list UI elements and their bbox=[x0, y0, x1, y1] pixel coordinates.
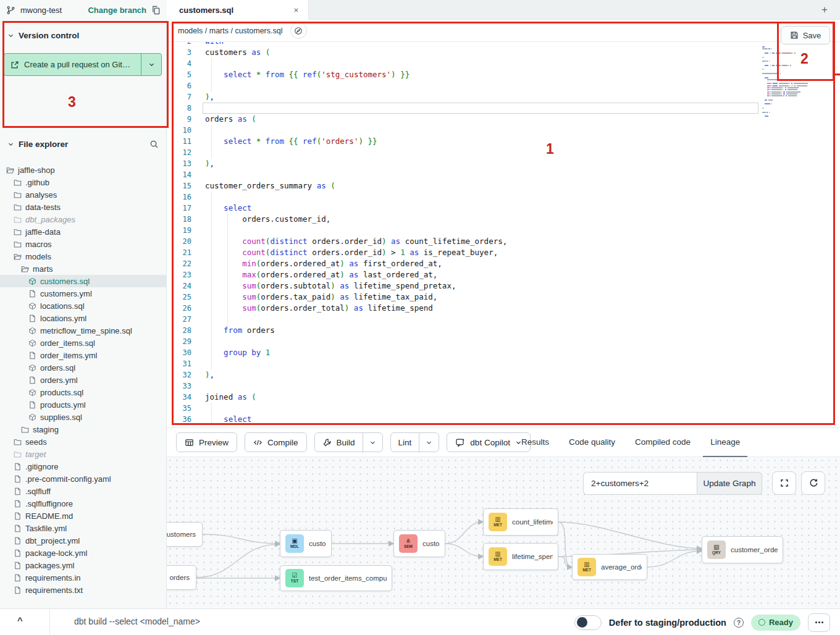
tree-item-products-yml[interactable]: products.yml bbox=[0, 398, 166, 411]
minimap[interactable] bbox=[761, 46, 813, 120]
tree-item-sqlfluffignore[interactable]: .sqlfluffignore bbox=[0, 497, 166, 510]
tab-customers-sql[interactable]: customers.sql bbox=[167, 0, 309, 20]
preview-button[interactable]: Preview bbox=[176, 432, 237, 452]
tree-item-seeds[interactable]: seeds bbox=[0, 435, 166, 448]
code-line-30[interactable]: 30 group by 1 bbox=[167, 347, 840, 358]
tree-item-github[interactable]: .github bbox=[0, 176, 166, 188]
tree-item-package-lock-yml[interactable]: package-lock.yml bbox=[0, 547, 166, 559]
code-area[interactable]: 2with3customers as (45 select * from {{ … bbox=[167, 42, 840, 427]
tree-item-gitignore[interactable]: .gitignore bbox=[0, 460, 166, 473]
code-line-3[interactable]: 3customers as ( bbox=[167, 47, 840, 58]
tree-item-supplies-sql[interactable]: supplies.sql bbox=[0, 411, 166, 423]
create-pull-request-button[interactable]: Create a pull request on Git… bbox=[4, 53, 162, 76]
code-line-11[interactable]: 11 select * from {{ ref('orders') }} bbox=[167, 136, 840, 147]
defer-toggle[interactable] bbox=[574, 615, 602, 630]
new-tab-button[interactable]: + bbox=[818, 3, 831, 17]
tree-item-sqlfluff[interactable]: .sqlfluff bbox=[0, 485, 166, 497]
lint-dropdown-caret[interactable] bbox=[419, 433, 439, 452]
code-line-28[interactable]: 28 from orders bbox=[167, 325, 840, 336]
build-button[interactable]: Build bbox=[315, 433, 363, 452]
copy-icon[interactable] bbox=[151, 6, 161, 15]
code-line-16[interactable]: 16 bbox=[167, 191, 840, 203]
lint-button[interactable]: Lint bbox=[391, 433, 419, 452]
code-line-26[interactable]: 26 sum(orders.order_total) as lifetime_s… bbox=[167, 303, 840, 314]
lineage-panel[interactable]: stg_customersorders▣MDLcustomers☑TSTtest… bbox=[167, 457, 840, 608]
code-line-20[interactable]: 20 count(distinct orders.order_id) as co… bbox=[167, 236, 840, 247]
code-line-6[interactable]: 6 bbox=[167, 80, 840, 91]
search-icon[interactable] bbox=[149, 140, 159, 149]
refresh-button[interactable] bbox=[801, 471, 825, 495]
lineage-node-customer-order-metrics[interactable]: ▧QRYcustomer_order_metrics bbox=[702, 536, 783, 563]
tree-item-metricflow-time-spine-sql[interactable]: metricflow_time_spine.sql bbox=[0, 324, 166, 337]
code-line-23[interactable]: 23 max(orders.ordered_at) as last_ordere… bbox=[167, 269, 840, 280]
code-line-12[interactable]: 12 bbox=[167, 147, 840, 158]
code-line-18[interactable]: 18 orders.customer_id, bbox=[167, 214, 840, 225]
code-line-29[interactable]: 29 bbox=[167, 336, 840, 347]
code-line-2[interactable]: 2with bbox=[167, 42, 840, 47]
tree-item-pre-commit-config-yaml[interactable]: .pre-commit-config.yaml bbox=[0, 473, 166, 485]
tree-item-requirements-in[interactable]: requirements.in bbox=[0, 571, 166, 584]
tree-item-jaffle-shop[interactable]: jaffle-shop bbox=[0, 164, 166, 176]
tree-item-dbt-packages[interactable]: dbt_packages bbox=[0, 213, 166, 225]
change-branch-link[interactable]: Change branch bbox=[88, 6, 146, 15]
tree-item-order-items-sql[interactable]: order_items.sql bbox=[0, 337, 166, 349]
tree-item-dbt-project-yml[interactable]: dbt_project.yml bbox=[0, 534, 166, 547]
file-explorer-header[interactable]: File explorer bbox=[0, 140, 166, 149]
tree-item-jaffle-data[interactable]: jaffle-data bbox=[0, 225, 166, 238]
tree-item-staging[interactable]: staging bbox=[0, 423, 166, 435]
code-line-9[interactable]: 9orders as ( bbox=[167, 114, 840, 125]
code-line-8[interactable]: 8 bbox=[167, 103, 840, 114]
code-line-33[interactable]: 33 bbox=[167, 381, 840, 392]
code-line-22[interactable]: 22 min(orders.ordered_at) as first_order… bbox=[167, 258, 840, 269]
compile-button[interactable]: Compile bbox=[245, 432, 307, 452]
lineage-node-semantic-customers[interactable]: ⋔SEMcustomers bbox=[393, 530, 445, 557]
tree-item-data-tests[interactable]: data-tests bbox=[0, 201, 166, 213]
tab-compiled-code[interactable]: Compiled code bbox=[628, 428, 698, 458]
code-line-21[interactable]: 21 count(distinct orders.order_id) > 1 a… bbox=[167, 247, 840, 258]
tab-lineage[interactable]: Lineage bbox=[703, 428, 747, 458]
code-line-4[interactable]: 4 bbox=[167, 58, 840, 69]
code-line-13[interactable]: 13), bbox=[167, 158, 840, 169]
tree-item-marts[interactable]: marts bbox=[0, 263, 166, 275]
pr-dropdown-caret[interactable] bbox=[141, 54, 161, 75]
code-line-27[interactable]: 27 bbox=[167, 314, 840, 325]
code-line-35[interactable]: 35 bbox=[167, 403, 840, 414]
code-line-5[interactable]: 5 select * from {{ ref('stg_customers') … bbox=[167, 69, 840, 80]
code-line-17[interactable]: 17 select bbox=[167, 203, 840, 214]
tree-item-locations-yml[interactable]: locations.yml bbox=[0, 312, 166, 324]
code-line-7[interactable]: 7), bbox=[167, 91, 840, 103]
lineage-node-average-order-value[interactable]: ▥METaverage_order_value bbox=[572, 554, 647, 580]
close-icon[interactable] bbox=[293, 7, 300, 14]
lineage-node-model-customers[interactable]: ▣MDLcustomers bbox=[280, 530, 332, 557]
tree-item-orders-yml[interactable]: orders.yml bbox=[0, 374, 166, 386]
tree-item-requirements-txt[interactable]: requirements.txt bbox=[0, 584, 166, 596]
lineage-selector-input[interactable] bbox=[583, 472, 697, 495]
build-dropdown-caret[interactable] bbox=[363, 433, 382, 452]
tree-item-macros[interactable]: macros bbox=[0, 238, 166, 250]
lineage-node-count-lifetime-orders[interactable]: ▥METcount_lifetime_orders bbox=[483, 508, 558, 536]
version-control-header[interactable]: Version control bbox=[0, 31, 166, 40]
tree-item-locations-sql[interactable]: locations.sql bbox=[0, 300, 166, 312]
tree-item-orders-sql[interactable]: orders.sql bbox=[0, 361, 166, 374]
code-line-25[interactable]: 25 sum(orders.tax_paid) as lifetime_tax_… bbox=[167, 292, 840, 303]
help-icon[interactable]: ? bbox=[734, 618, 744, 628]
copilot-compass-button[interactable] bbox=[290, 22, 307, 39]
code-line-19[interactable]: 19 bbox=[167, 225, 840, 236]
chevron-up-icon[interactable]: ^ bbox=[17, 615, 23, 626]
code-line-34[interactable]: 34joined as ( bbox=[167, 392, 840, 403]
tree-item-target[interactable]: target bbox=[0, 448, 166, 460]
tree-item-products-sql[interactable]: products.sql bbox=[0, 386, 166, 398]
fullscreen-button[interactable] bbox=[772, 471, 796, 495]
lineage-node-stg-customers[interactable]: stg_customers bbox=[167, 522, 203, 547]
code-line-36[interactable]: 36 select bbox=[167, 414, 840, 425]
tree-item-customers-sql[interactable]: customers.sql bbox=[0, 275, 166, 287]
tree-item-analyses[interactable]: analyses bbox=[0, 188, 166, 201]
tree-item-customers-yml[interactable]: customers.yml bbox=[0, 287, 166, 300]
more-options-button[interactable] bbox=[808, 613, 830, 632]
code-line-24[interactable]: 24 sum(orders.subtotal) as lifetime_spen… bbox=[167, 280, 840, 292]
tree-item-models[interactable]: models bbox=[0, 250, 166, 263]
tree-item-packages-yml[interactable]: packages.yml bbox=[0, 559, 166, 571]
tab-code-quality[interactable]: Code quality bbox=[561, 428, 623, 458]
code-line-32[interactable]: 32), bbox=[167, 369, 840, 381]
code-line-10[interactable]: 10 bbox=[167, 125, 840, 136]
